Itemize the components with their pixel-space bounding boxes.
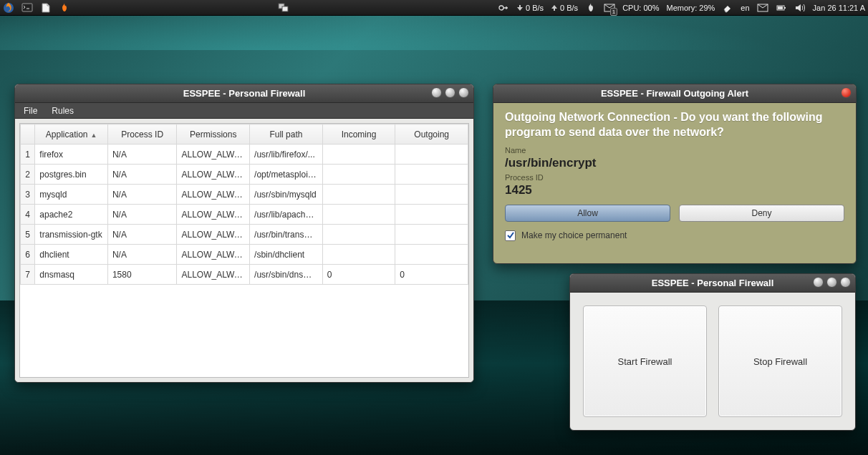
svg-rect-1: [22, 4, 32, 11]
cell-index: 1: [21, 145, 35, 165]
cell-outgoing: 0: [395, 265, 468, 285]
key-icon[interactable]: [498, 2, 509, 14]
cell-incoming: [322, 185, 395, 205]
cell-process-id: N/A: [107, 165, 177, 185]
cell-incoming: [322, 205, 395, 225]
alert-pid-label: Process ID: [505, 173, 844, 182]
cell-process-id: N/A: [107, 185, 177, 205]
col-outgoing[interactable]: Outgoing: [395, 124, 468, 145]
cell-permissions: ALLOW_ALWAYS: [177, 185, 250, 205]
net-down-value: 0 B/s: [526, 4, 544, 12]
table-row[interactable]: 5transmission-gtkN/AALLOW_ALWAYS/usr/bin…: [21, 225, 468, 245]
minimize-button[interactable]: [431, 87, 442, 98]
deny-button[interactable]: Deny: [679, 205, 844, 222]
cell-permissions: ALLOW_ALWAYS: [177, 225, 250, 245]
titlebar[interactable]: ESSPEE - Firewall Outgoing Alert: [493, 84, 856, 103]
cell-outgoing: [395, 245, 468, 265]
cell-full-path: /usr/sbin/dnsmasq: [250, 265, 323, 285]
cell-index: 5: [21, 225, 35, 245]
net-down-indicator: 0 B/s: [516, 4, 544, 12]
volume-icon[interactable]: [794, 2, 806, 14]
mail-badge: 1: [610, 8, 617, 16]
cell-process-id: N/A: [107, 245, 177, 265]
messages-icon[interactable]: [757, 2, 768, 14]
cell-permissions: ALLOW_ALWAYS: [177, 165, 250, 185]
cell-process-id: N/A: [107, 145, 177, 165]
mail-tray-icon[interactable]: 1: [604, 2, 615, 14]
close-button[interactable]: [841, 87, 852, 98]
cell-application: dnsmasq: [35, 265, 108, 285]
launcher-flame-icon[interactable]: [59, 2, 70, 14]
language-indicator[interactable]: en: [741, 4, 749, 12]
cell-incoming: 0: [322, 265, 395, 285]
firewall-main-window: ESSPEE - Personal Firewall File Rules Ap…: [14, 84, 474, 383]
cell-process-id: 1580: [107, 265, 177, 285]
window-title: ESSPEE - Firewall Outgoing Alert: [601, 88, 748, 99]
col-process-id[interactable]: Process ID: [107, 124, 177, 145]
alert-pid-value: 1425: [505, 183, 844, 197]
launcher-firefox-icon[interactable]: [3, 2, 14, 14]
col-index[interactable]: [21, 124, 35, 145]
clock[interactable]: Jan 26 11:21 A: [813, 4, 865, 12]
cell-index: 2: [21, 165, 35, 185]
maximize-button[interactable]: [826, 277, 837, 288]
titlebar[interactable]: ESSPEE - Personal Firewall: [15, 84, 473, 103]
cell-incoming: [322, 145, 395, 165]
menu-file[interactable]: File: [24, 106, 37, 116]
window-title: ESSPEE - Personal Firewall: [652, 278, 774, 288]
allow-button[interactable]: Allow: [505, 205, 670, 222]
col-application[interactable]: Application▲: [35, 124, 108, 145]
cell-permissions: ALLOW_ALWAYS: [177, 205, 250, 225]
close-button[interactable]: [840, 277, 851, 288]
window-list-icon[interactable]: [278, 2, 289, 14]
top-panel: 0 B/s 0 B/s 1 CPU: 00% Memory: 29% en Ja…: [0, 0, 868, 16]
firewall-alert-window: ESSPEE - Firewall Outgoing Alert Outgoin…: [493, 84, 857, 264]
minimize-button[interactable]: [813, 277, 824, 288]
memory-indicator: Memory: 29%: [666, 4, 715, 12]
titlebar[interactable]: ESSPEE - Personal Firewall: [570, 274, 855, 293]
table-row[interactable]: 4apache2N/AALLOW_ALWAYS/usr/lib/apache2.…: [21, 205, 468, 225]
cell-application: dhclient: [35, 245, 108, 265]
cell-index: 3: [21, 185, 35, 205]
col-permissions[interactable]: Permissions: [177, 124, 250, 145]
menubar: File Rules: [15, 103, 473, 119]
start-firewall-button[interactable]: Start Firewall: [583, 305, 707, 417]
table-row[interactable]: 2postgres.binN/AALLOW_ALWAYS/opt/metaspl…: [21, 165, 468, 185]
eraser-icon[interactable]: [722, 2, 733, 14]
stop-firewall-button[interactable]: Stop Firewall: [718, 305, 842, 417]
table-row[interactable]: 1firefoxN/AALLOW_ALWAYS/usr/lib/firefox/…: [21, 145, 468, 165]
col-incoming[interactable]: Incoming: [322, 124, 395, 145]
permanent-label: Make my choice permanent: [521, 230, 627, 240]
cpu-indicator: CPU: 00%: [622, 4, 659, 12]
table-row[interactable]: 7dnsmasq1580ALLOW_ALWAYS/usr/sbin/dnsmas…: [21, 265, 468, 285]
menu-rules[interactable]: Rules: [52, 106, 74, 116]
close-button[interactable]: [458, 87, 469, 98]
rules-table: Application▲ Process ID Permissions Full…: [19, 123, 469, 378]
maximize-button[interactable]: [445, 87, 455, 98]
launcher-terminal-icon[interactable]: [21, 2, 33, 14]
cell-incoming: [322, 245, 395, 265]
cell-permissions: ALLOW_ALWAYS: [177, 145, 250, 165]
cell-permissions: ALLOW_ALWAYS: [177, 265, 250, 285]
cell-full-path: /usr/lib/apache2...: [250, 205, 323, 225]
svg-rect-3: [282, 6, 288, 11]
table-row[interactable]: 6dhclientN/AALLOW_ALWAYS/sbin/dhclient: [21, 245, 468, 265]
cell-outgoing: [395, 205, 468, 225]
cell-full-path: /sbin/dhclient: [250, 245, 323, 265]
cell-application: apache2: [35, 205, 108, 225]
col-full-path[interactable]: Full path: [250, 124, 323, 145]
table-row[interactable]: 3mysqldN/AALLOW_ALWAYS/usr/sbin/mysqld: [21, 185, 468, 205]
cell-outgoing: [395, 225, 468, 245]
permanent-checkbox[interactable]: [505, 230, 516, 241]
net-up-value: 0 B/s: [560, 4, 578, 12]
cell-process-id: N/A: [107, 225, 177, 245]
window-title: ESSPEE - Personal Firewall: [183, 88, 306, 99]
svg-rect-8: [784, 7, 786, 9]
battery-icon[interactable]: [776, 2, 787, 14]
firewall-tray-icon[interactable]: [585, 2, 597, 14]
cell-full-path: /opt/metasploit/...: [250, 165, 323, 185]
cell-index: 7: [21, 265, 35, 285]
launcher-files-icon[interactable]: [40, 2, 52, 14]
cell-process-id: N/A: [107, 205, 177, 225]
cell-incoming: [322, 165, 395, 185]
